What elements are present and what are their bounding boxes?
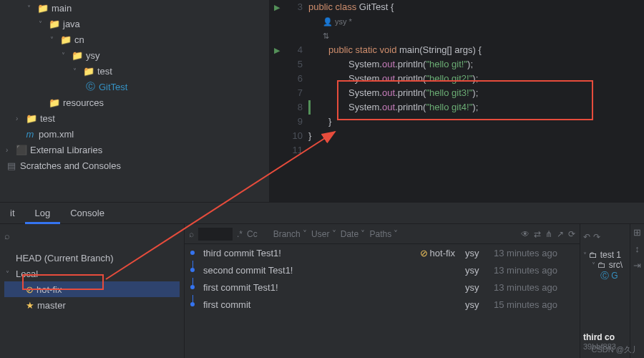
regex-toggle[interactable]: .* <box>237 229 243 239</box>
commit-list[interactable]: third commit Test1!⊘hot-fixysy13 minutes… <box>185 244 580 358</box>
search-icon[interactable]: ⌕ <box>4 231 16 241</box>
run-class-icon[interactable]: ▶ <box>274 3 280 11</box>
group-icon[interactable]: ⊞ <box>633 227 641 238</box>
commit-row[interactable]: third commit Test1!⊘hot-fixysy13 minutes… <box>185 244 580 261</box>
tree-java[interactable]: ˅📁java <box>6 16 263 32</box>
redo-icon[interactable]: ↷ <box>593 232 600 242</box>
branches-panel: ⌕ HEAD (Current Branch) ˅Local ⊘hot-fix … <box>0 224 185 358</box>
run-method-icon[interactable]: ▶ <box>274 46 280 54</box>
commit-row[interactable]: first commit Test1!ysy13 minutes ago <box>185 279 580 296</box>
gutter: 3 4 5 6 7 8 9 10 11 <box>284 0 308 202</box>
filter-user[interactable]: User <box>311 229 336 239</box>
tab-console[interactable]: Console <box>60 203 114 224</box>
cherrypick-icon[interactable]: ⋔ <box>545 229 552 239</box>
annotation-box-branch <box>22 274 104 290</box>
intellisort-icon[interactable]: ⇄ <box>534 229 541 239</box>
circle-icon: Ⓒ G <box>583 270 627 282</box>
filter-date[interactable]: Date <box>341 229 366 239</box>
eye-icon[interactable]: 👁 <box>521 229 530 239</box>
tree-cn[interactable]: ˅📁cn <box>6 32 263 47</box>
tree-main[interactable]: ˅📁main <box>6 0 263 16</box>
tree-extlib[interactable]: ›⬛External Libraries <box>6 142 263 158</box>
collapse-icon[interactable]: ⇥ <box>633 260 641 271</box>
annotation-box-code <box>337 80 593 120</box>
watermark: CSDN @久丿 <box>592 344 640 355</box>
filter-branch[interactable]: Branch <box>273 229 307 239</box>
filter-paths[interactable]: Paths <box>369 229 398 239</box>
tab-it[interactable]: it <box>0 203 25 224</box>
search-icon[interactable]: ⌕ <box>189 229 194 239</box>
commit-details-panel: ↶↷ ˅ 🗀 test 1 ˅ 🗀 src\ Ⓒ G third co 39bb… <box>580 224 630 358</box>
tree-test[interactable]: ˅📁test <box>6 63 263 79</box>
vcs-changed-marker <box>308 100 311 115</box>
tree-test2[interactable]: ›📁test <box>6 110 263 126</box>
project-tree[interactable]: ˅📁main ˅📁java ˅📁cn ˅📁ysy ˅📁test ⒸGitTest… <box>0 0 270 202</box>
commit-title: third co <box>583 332 627 342</box>
code-editor[interactable]: ▶ ▶ 3 4 5 6 7 8 9 10 11 public class Git… <box>270 0 644 202</box>
expand-icon[interactable]: ↕ <box>635 243 640 254</box>
tab-log[interactable]: Log <box>25 203 61 224</box>
author-inlay: 👤 ysy * <box>308 14 644 29</box>
tree-gittest[interactable]: ⒸGitTest <box>6 79 263 95</box>
commit-row[interactable]: second commit Test1!ysy13 minutes ago <box>185 261 580 279</box>
right-toolbar: ⊞ ↕ ⇥ <box>630 224 644 358</box>
refresh-icon[interactable]: ⟳ <box>568 229 575 239</box>
tree-ysy[interactable]: ˅📁ysy <box>6 47 263 63</box>
tree-scratches[interactable]: ▤Scratches and Consoles <box>6 158 263 173</box>
branch-master[interactable]: ★master <box>4 297 180 313</box>
tree-pom[interactable]: mpom.xml <box>6 126 263 142</box>
branch-head[interactable]: HEAD (Current Branch) <box>4 250 180 266</box>
tree-resources[interactable]: 📁resources <box>6 95 263 110</box>
vcs-tabbar: it Log Console <box>0 203 644 224</box>
undo-icon[interactable]: ↶ <box>583 232 590 242</box>
commit-row[interactable]: first commitysy15 minutes ago <box>185 296 580 313</box>
star-icon: ★ <box>26 300 34 311</box>
goto-icon[interactable]: ↗ <box>557 229 564 239</box>
commit-search-input[interactable] <box>198 228 233 241</box>
commits-panel: ⌕ .* Cc Branch User Date Paths 👁 ⇄ ⋔ ↗ ⟳… <box>185 224 580 358</box>
case-toggle[interactable]: Cc <box>247 229 258 239</box>
